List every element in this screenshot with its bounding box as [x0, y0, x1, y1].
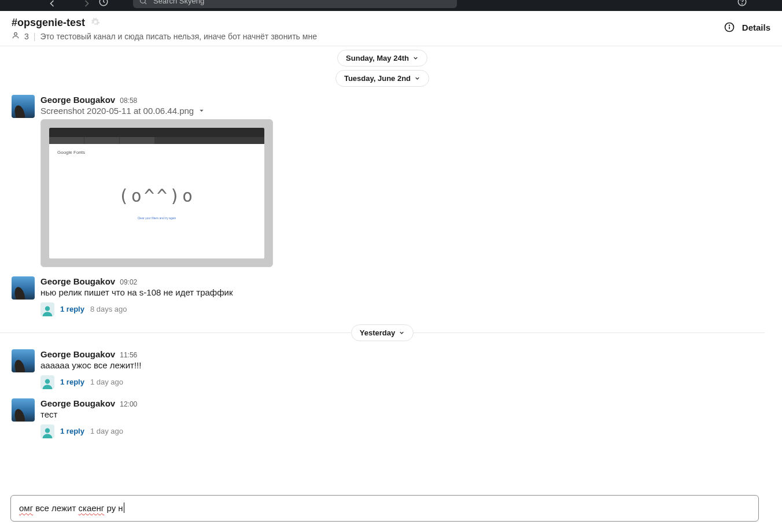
- chevron-down-icon: [414, 75, 420, 82]
- chevron-down-icon: [399, 330, 405, 336]
- message-author[interactable]: George Bougakov: [40, 95, 115, 105]
- avatar[interactable]: [12, 398, 35, 422]
- avatar[interactable]: [12, 349, 35, 372]
- svg-point-7: [45, 306, 50, 311]
- date-divider[interactable]: Sunday, May 24th: [337, 50, 427, 66]
- details-button[interactable]: Details: [724, 21, 770, 33]
- search-icon: [139, 0, 147, 5]
- info-icon: [724, 21, 735, 33]
- top-bar: Search Skyeng: [0, 0, 782, 11]
- composer-word: скаенг: [79, 503, 105, 513]
- chevron-down-icon[interactable]: [198, 108, 205, 114]
- reply-ago: 8 days ago: [90, 305, 127, 313]
- message: George Bougakov 11:56 aaaaaa ужос все ле…: [0, 345, 765, 394]
- reply-count: 1 reply: [60, 305, 84, 313]
- message-text: тест: [40, 408, 753, 421]
- svg-point-4: [14, 32, 17, 35]
- details-label: Details: [742, 23, 770, 32]
- member-count[interactable]: 3: [24, 32, 29, 41]
- reply-count: 1 reply: [60, 378, 84, 386]
- history-icon[interactable]: [98, 0, 109, 9]
- thread-summary[interactable]: 1 reply 1 day ago: [40, 424, 753, 438]
- help-icon[interactable]: [737, 0, 747, 9]
- message: George Bougakov 09:02 нью релик пишет чт…: [0, 272, 765, 321]
- message-author[interactable]: George Bougakov: [40, 276, 115, 286]
- thread-summary[interactable]: 1 reply 1 day ago: [40, 375, 753, 389]
- attachment-filename[interactable]: Screenshot 2020-05-11 at 00.06.44.png: [40, 106, 194, 116]
- reply-ago: 1 day ago: [90, 378, 123, 386]
- svg-point-3: [742, 3, 743, 4]
- message-time[interactable]: 09:02: [120, 278, 137, 286]
- reply-avatar: [40, 424, 54, 438]
- reply-count: 1 reply: [60, 427, 84, 435]
- nav-back-icon[interactable]: [46, 0, 58, 12]
- channel-topic[interactable]: Это тестовый канал и сюда писать нельзя,…: [40, 32, 317, 41]
- message-text: aaaaaa ужос все лежит!!!: [40, 359, 753, 372]
- message-time[interactable]: 08:58: [120, 97, 137, 105]
- gear-icon[interactable]: [91, 17, 100, 29]
- scrollbar[interactable]: [773, 40, 781, 526]
- thread-summary[interactable]: 1 reply 8 days ago: [40, 302, 753, 316]
- search-input[interactable]: Search Skyeng: [133, 0, 457, 8]
- channel-header: #opsgenie-test 3 | Это тестовый канал и …: [0, 11, 782, 46]
- message: George Bougakov 12:00 тест 1 reply 1 day…: [0, 394, 765, 443]
- message-time[interactable]: 12:00: [120, 400, 137, 408]
- avatar[interactable]: [12, 276, 35, 300]
- text-cursor: [124, 503, 124, 513]
- members-icon[interactable]: [12, 31, 20, 41]
- svg-point-6: [729, 25, 729, 25]
- svg-point-9: [45, 428, 50, 433]
- message-list[interactable]: Sunday, May 24th Tuesday, June 2nd Georg…: [0, 46, 782, 463]
- svg-point-2: [738, 0, 746, 6]
- avatar[interactable]: [12, 95, 35, 118]
- reply-avatar: [40, 375, 54, 389]
- date-divider[interactable]: Tuesday, June 2nd: [335, 70, 429, 87]
- search-placeholder: Search Skyeng: [153, 0, 204, 5]
- svg-point-8: [45, 379, 50, 383]
- chevron-down-icon: [412, 55, 419, 61]
- composer-word: омг: [19, 503, 33, 513]
- channel-name[interactable]: #opsgenie-test: [12, 17, 85, 29]
- message-author[interactable]: George Bougakov: [40, 398, 115, 408]
- attachment-image[interactable]: Google Fonts (o^^)o Clear your filters a…: [40, 119, 273, 267]
- reply-ago: 1 day ago: [90, 427, 123, 435]
- nav-forward-icon[interactable]: [81, 0, 93, 12]
- message-time[interactable]: 11:56: [120, 351, 137, 359]
- message: George Bougakov 08:58 Screenshot 2020-05…: [0, 90, 765, 272]
- date-divider[interactable]: Yesterday: [351, 324, 414, 341]
- reply-avatar: [40, 302, 54, 316]
- message-text: нью релик пишет что на s-108 не идет тра…: [40, 286, 753, 299]
- message-composer[interactable]: омг все лежит скаенг ру н: [10, 495, 759, 522]
- message-author[interactable]: George Bougakov: [40, 349, 115, 359]
